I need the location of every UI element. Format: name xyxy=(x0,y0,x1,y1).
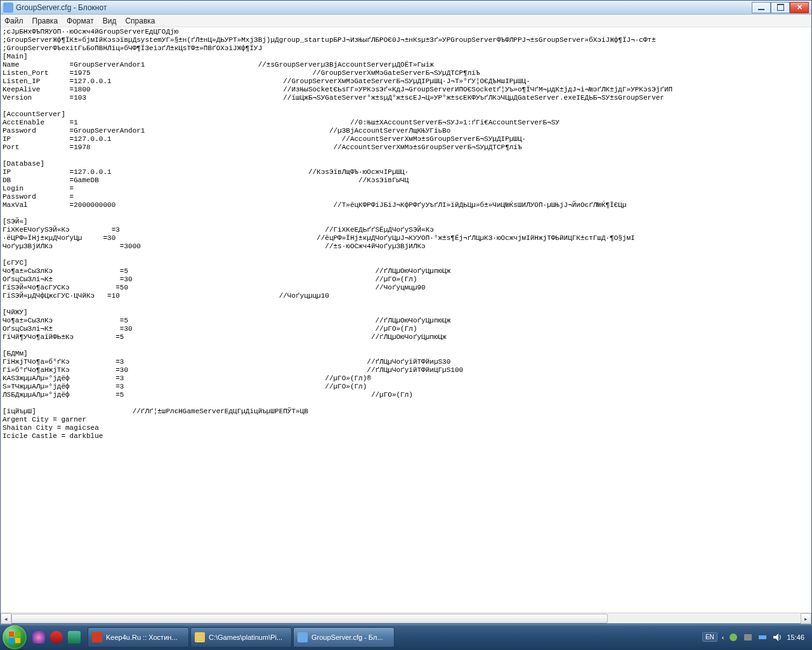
svg-marker-8 xyxy=(773,633,778,641)
text-editor[interactable]: ;єЈµБНхФЪПЯУОП··юОсжч4йGroupServerЕдЦГОД… xyxy=(1,27,811,613)
notepad-window: GroupServer.cfg - Блокнот Файл Правка Фо… xyxy=(0,0,812,624)
start-button[interactable] xyxy=(3,625,27,649)
taskbar-item-icon xyxy=(92,632,102,642)
window-title: GroupServer.cfg - Блокнот xyxy=(16,3,107,12)
menu-file[interactable]: Файл xyxy=(4,17,23,25)
maximize-button[interactable] xyxy=(771,2,790,13)
volume-icon[interactable] xyxy=(772,632,782,642)
menu-help[interactable]: Справка xyxy=(125,17,155,25)
scroll-thumb[interactable] xyxy=(11,614,608,623)
menu-format[interactable]: Формат xyxy=(67,17,94,25)
taskbar-item[interactable]: GroupServer.cfg - Бл... xyxy=(293,627,395,647)
svg-rect-5 xyxy=(744,634,752,640)
svg-rect-0 xyxy=(9,631,14,636)
svg-rect-7 xyxy=(763,635,766,639)
language-indicator[interactable]: EN xyxy=(702,632,717,642)
notepad-icon xyxy=(3,3,13,13)
svg-rect-1 xyxy=(15,631,20,636)
taskbar-item[interactable]: C:\Games\platinum\Pi... xyxy=(190,627,292,647)
svg-rect-2 xyxy=(9,637,14,642)
quick-launch xyxy=(30,628,82,647)
scroll-right-button[interactable] xyxy=(801,613,811,624)
scroll-left-button[interactable] xyxy=(1,613,11,624)
svg-rect-3 xyxy=(15,637,20,642)
taskbar-item-label: Keep4u.Ru :: Хостин... xyxy=(106,633,178,641)
windows-logo-icon xyxy=(8,630,22,644)
taskbar-item[interactable]: Keep4u.Ru :: Хостин... xyxy=(88,627,189,647)
tray-icon[interactable] xyxy=(728,632,738,642)
quick-launch-item[interactable] xyxy=(66,628,82,647)
menubar: Файл Правка Формат Вид Справка xyxy=(1,15,811,27)
menu-edit[interactable]: Правка xyxy=(32,17,58,25)
network-icon[interactable] xyxy=(757,632,768,642)
titlebar[interactable]: GroupServer.cfg - Блокнот xyxy=(1,1,811,15)
quick-launch-item[interactable] xyxy=(48,628,65,647)
taskbar-item-label: C:\Games\platinum\Pi... xyxy=(209,633,282,641)
horizontal-scrollbar[interactable] xyxy=(1,613,811,623)
taskbar-item-icon xyxy=(298,632,308,642)
tray-chevron-icon[interactable]: ‹ xyxy=(722,633,724,641)
close-button[interactable] xyxy=(790,2,809,13)
tray-icon[interactable] xyxy=(743,632,753,642)
clock[interactable]: 15:46 xyxy=(787,633,804,641)
system-tray: EN ‹ 15:46 xyxy=(702,632,809,642)
taskbar: Keep4u.Ru :: Хостин...C:\Games\platinum\… xyxy=(0,624,812,650)
window-controls xyxy=(752,2,809,13)
svg-point-4 xyxy=(730,633,737,641)
task-items: Keep4u.Ru :: Хостин...C:\Games\platinum\… xyxy=(88,627,396,647)
minimize-button[interactable] xyxy=(752,2,771,13)
taskbar-item-label: GroupServer.cfg - Бл... xyxy=(311,633,383,641)
menu-view[interactable]: Вид xyxy=(103,17,117,25)
svg-rect-6 xyxy=(759,635,763,639)
taskbar-item-icon xyxy=(195,632,205,642)
quick-launch-item[interactable] xyxy=(30,628,47,647)
